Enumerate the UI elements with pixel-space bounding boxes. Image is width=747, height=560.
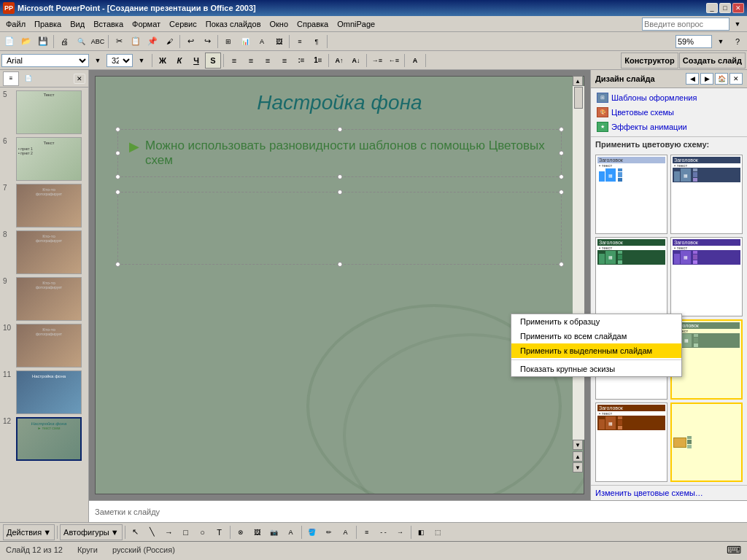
increase-indent[interactable]: →≡ [369, 52, 385, 69]
justify[interactable]: ≡ [276, 52, 293, 69]
slide-thumb-9[interactable]: 9 Кто-то фотографирует [3, 277, 85, 321]
menu-insert[interactable]: Вставка [89, 18, 128, 30]
close-button[interactable]: ✕ [732, 3, 744, 13]
panel-close-button[interactable]: ✕ [729, 73, 743, 85]
insert-photo[interactable]: 📷 [266, 524, 282, 540]
print-button[interactable]: 🖨 [56, 34, 72, 50]
shadow-button[interactable]: S [205, 52, 221, 69]
font-color2[interactable]: A [338, 524, 354, 540]
tab-color-schemes[interactable]: 🎨 Цветовые схемы [595, 106, 743, 119]
maximize-button[interactable]: □ [719, 3, 731, 13]
panel-back-button[interactable]: ◀ [686, 73, 699, 85]
minimize-button[interactable]: _ [706, 3, 718, 13]
slide-canvas[interactable]: Настройка фона ▶ М [95, 76, 584, 494]
font-dropdown[interactable]: ▼ [90, 52, 106, 69]
insert-chart[interactable]: 📊 [237, 34, 253, 50]
font-selector[interactable]: Arial [1, 54, 89, 67]
color-scheme-4[interactable]: Заголовок • текст ▦ [670, 237, 743, 316]
expand-all[interactable]: ≡ [292, 34, 308, 50]
show-formatting[interactable]: ¶ [309, 34, 325, 50]
rect-tool[interactable]: □ [178, 524, 194, 540]
redo-button[interactable]: ↪ [199, 34, 215, 50]
align-right[interactable]: ≡ [260, 52, 276, 69]
slide-content-box[interactable]: ▶ Можно использовать разновидности шабло… [117, 129, 562, 177]
panel-forward-button[interactable]: ▶ [700, 73, 713, 85]
color-scheme-preview-selected[interactable] [670, 402, 743, 482]
autoshapes-button[interactable]: Автофигуры ▼ [60, 524, 122, 540]
size-dropdown[interactable]: ▼ [133, 52, 150, 69]
outline-tab-button[interactable]: 📄 [20, 71, 36, 86]
tab-design-templates[interactable]: ⊞ Шаблоны оформления [595, 91, 743, 104]
context-apply-to-master[interactable]: Применить к образцу [511, 314, 681, 329]
actions-button[interactable]: Действия ▼ [3, 524, 55, 540]
new-button[interactable]: 📄 [1, 34, 18, 50]
format-painter[interactable]: 🖌 [161, 34, 177, 50]
line-style[interactable]: ≡ [359, 524, 375, 540]
cut-button[interactable]: ✂ [111, 34, 127, 50]
menu-format[interactable]: Формат [128, 18, 165, 30]
arrow-style[interactable]: → [392, 524, 409, 540]
text-tool[interactable]: T [212, 524, 228, 540]
italic-button[interactable]: К [171, 52, 187, 69]
line-color[interactable]: ✏ [321, 524, 337, 540]
spell-button[interactable]: ABC [90, 34, 106, 50]
menu-tools[interactable]: Сервис [165, 18, 201, 30]
underline-button[interactable]: Ч [188, 52, 204, 69]
menu-view[interactable]: Вид [66, 18, 89, 30]
increase-font[interactable]: A↑ [331, 52, 347, 69]
close-panel-button[interactable]: ✕ [74, 74, 85, 84]
insert-clipart[interactable]: 🖼 [271, 34, 287, 50]
insert-wordart[interactable]: A [254, 34, 270, 50]
size-selector[interactable]: 32 [107, 54, 133, 67]
preview-button[interactable]: 🔍 [73, 34, 89, 50]
3d-effect[interactable]: ⬚ [430, 524, 446, 540]
slide-thumb-7[interactable]: 7 Кто-то фотографирует [3, 184, 85, 228]
insert-clipart2[interactable]: 🖼 [249, 524, 266, 540]
scroll-thumb[interactable] [574, 87, 583, 109]
scroll-up-button[interactable]: ▲ [573, 76, 583, 86]
oval-tool[interactable]: ○ [195, 524, 211, 540]
panel-home-button[interactable]: 🏠 [715, 73, 728, 85]
dash-style[interactable]: - - [376, 524, 392, 540]
context-apply-to-selected[interactable]: Применить к выделенным слайдам [511, 343, 681, 358]
undo-button[interactable]: ↩ [182, 34, 198, 50]
arrow-tool[interactable]: → [161, 524, 177, 540]
color-scheme-1[interactable]: Заголовок • текст ▦ [595, 155, 667, 234]
paste-button[interactable]: 📌 [144, 34, 160, 50]
context-apply-to-all[interactable]: Применить ко всем слайдам [511, 329, 681, 343]
search-button[interactable]: ▼ [729, 16, 746, 32]
insert-wordart2[interactable]: A [283, 524, 299, 540]
numbering[interactable]: 1≡ [310, 52, 326, 69]
bold-button[interactable]: Ж [155, 52, 171, 69]
copy-button[interactable]: 📋 [128, 34, 144, 50]
slide-empty-box[interactable] [117, 192, 562, 265]
save-button[interactable]: 💾 [35, 34, 51, 50]
slide-thumb-5[interactable]: 5 Текст [3, 90, 85, 134]
notes-bar[interactable]: Заметки к слайду [89, 500, 747, 522]
align-center[interactable]: ≡ [243, 52, 259, 69]
color-scheme-3[interactable]: Заголовок • текст ▦ [595, 237, 667, 316]
help-icon[interactable]: ? [729, 34, 746, 50]
create-slide-button[interactable]: Создать слайд [679, 52, 746, 69]
fill-color[interactable]: 🪣 [304, 524, 320, 540]
menu-help[interactable]: Справка [293, 18, 333, 30]
zoom-input[interactable] [676, 35, 712, 48]
color-scheme-2[interactable]: Заголовок • текст ▦ [670, 155, 743, 234]
slide-thumb-10[interactable]: 10 Кто-то фотографирует [3, 324, 85, 368]
menu-omnipage[interactable]: OmniPage [333, 18, 379, 30]
zoom-dropdown[interactable]: ▼ [713, 34, 729, 50]
shadow-effect[interactable]: ◧ [414, 524, 430, 540]
context-show-large[interactable]: Показать крупные эскизы [511, 362, 681, 376]
decrease-font[interactable]: A↓ [348, 52, 364, 69]
change-color-schemes-link[interactable]: Изменить цветовые схемы… [591, 485, 747, 500]
prev-slide-button[interactable]: ▲ [573, 451, 583, 462]
help-search-input[interactable] [642, 18, 729, 31]
insert-diagram[interactable]: ⊗ [233, 524, 249, 540]
slides-tab-button[interactable]: ≡ [3, 71, 19, 86]
slide-thumb-8[interactable]: 8 Кто-то фотографирует [3, 230, 85, 274]
insert-table[interactable]: ⊞ [220, 34, 236, 50]
decrease-indent[interactable]: ←≡ [386, 52, 402, 69]
slide-thumb-11[interactable]: 11 Настройка фона [3, 370, 85, 414]
line-tool[interactable]: ╲ [144, 524, 160, 540]
menu-slideshow[interactable]: Показ слайдов [201, 18, 266, 30]
